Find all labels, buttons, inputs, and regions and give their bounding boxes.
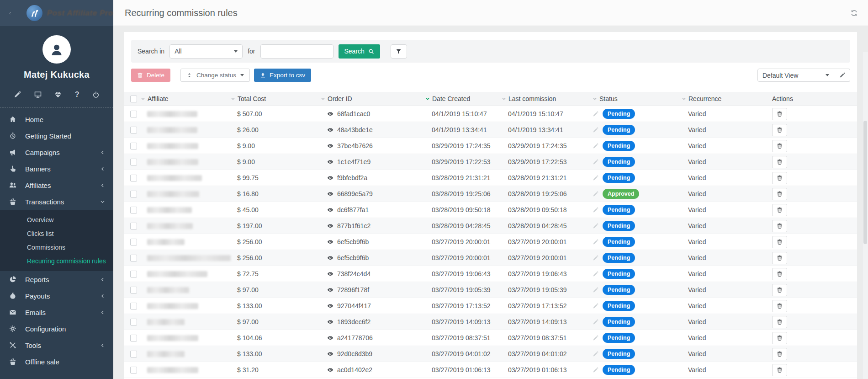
row-checkbox[interactable] xyxy=(130,367,137,374)
view-select[interactable]: Default View xyxy=(757,69,834,82)
edit-status-pencil-icon[interactable] xyxy=(593,239,598,245)
power-icon[interactable] xyxy=(92,91,100,98)
column-header-last-commission[interactable]: Last commission xyxy=(502,95,593,102)
sidebar-item-affiliates[interactable]: Affiliates xyxy=(0,177,113,193)
eye-icon[interactable] xyxy=(327,143,333,149)
sidebar-item-getting-started[interactable]: Getting Started xyxy=(0,128,113,144)
search-input[interactable] xyxy=(260,44,333,59)
delete-row-button[interactable] xyxy=(772,316,787,328)
sidebar-item-banners[interactable]: Banners xyxy=(0,160,113,177)
edit-status-pencil-icon[interactable] xyxy=(593,127,598,133)
sidebar-item-reports[interactable]: Reports xyxy=(0,271,113,288)
column-header-date-created[interactable]: Date Created xyxy=(425,95,502,102)
sidebar-item-emails[interactable]: Emails xyxy=(0,304,113,320)
eye-icon[interactable] xyxy=(327,335,333,341)
delete-row-button[interactable] xyxy=(772,300,787,312)
edit-status-pencil-icon[interactable] xyxy=(593,191,598,197)
pencil-icon[interactable] xyxy=(14,91,21,98)
row-checkbox[interactable] xyxy=(130,175,137,181)
row-checkbox[interactable] xyxy=(130,271,137,278)
sidebar-item-offline-sale[interactable]: Offline sale xyxy=(0,353,113,370)
delete-row-button[interactable] xyxy=(772,188,787,200)
delete-row-button[interactable] xyxy=(772,364,787,376)
delete-row-button[interactable] xyxy=(772,236,787,248)
column-header-total-cost[interactable]: Total Cost xyxy=(231,95,321,102)
sidebar-subitem-overview[interactable]: Overview xyxy=(0,213,113,227)
search-field-select[interactable]: All xyxy=(169,44,243,59)
delete-row-button[interactable] xyxy=(772,284,787,296)
eye-icon[interactable] xyxy=(327,319,333,325)
edit-status-pencil-icon[interactable] xyxy=(593,223,598,229)
delete-row-button[interactable] xyxy=(772,172,787,184)
sidebar-subitem-recurring-commission-rules[interactable]: Recurring commission rules xyxy=(0,254,113,268)
sidebar-subitem-commissions[interactable]: Commissions xyxy=(0,240,113,254)
eye-icon[interactable] xyxy=(327,111,333,117)
column-header-order-id[interactable]: Order ID xyxy=(321,95,425,102)
eye-icon[interactable] xyxy=(327,159,333,165)
eye-icon[interactable] xyxy=(327,287,333,293)
edit-status-pencil-icon[interactable] xyxy=(593,319,598,325)
row-checkbox[interactable] xyxy=(130,319,137,326)
eye-icon[interactable] xyxy=(327,175,333,181)
edit-status-pencil-icon[interactable] xyxy=(593,287,598,293)
edit-status-pencil-icon[interactable] xyxy=(593,367,598,373)
delete-row-button[interactable] xyxy=(772,348,787,360)
delete-row-button[interactable] xyxy=(772,156,787,168)
edit-status-pencil-icon[interactable] xyxy=(593,175,598,181)
delete-row-button[interactable] xyxy=(772,220,787,232)
eye-icon[interactable] xyxy=(327,351,333,357)
eye-icon[interactable] xyxy=(327,303,333,309)
column-header-recurrence[interactable]: Recurrence xyxy=(682,95,772,102)
row-checkbox[interactable] xyxy=(130,207,137,214)
monitor-icon[interactable] xyxy=(34,91,42,98)
row-checkbox[interactable] xyxy=(130,159,137,165)
row-checkbox[interactable] xyxy=(130,127,137,133)
delete-row-button[interactable] xyxy=(772,332,787,344)
edit-status-pencil-icon[interactable] xyxy=(593,111,598,117)
row-checkbox[interactable] xyxy=(130,143,137,149)
edit-status-pencil-icon[interactable] xyxy=(593,271,598,277)
row-checkbox[interactable] xyxy=(130,191,137,198)
export-csv-button[interactable]: Export to csv xyxy=(254,69,311,82)
heartbeat-icon[interactable] xyxy=(54,91,62,98)
row-checkbox[interactable] xyxy=(130,111,137,117)
sidebar-item-payouts[interactable]: Payouts xyxy=(0,288,113,304)
sidebar-item-configuration[interactable]: Configuration xyxy=(0,320,113,337)
sidebar-item-transactions[interactable]: Transactions xyxy=(0,193,113,210)
edit-status-pencil-icon[interactable] xyxy=(593,143,598,149)
edit-status-pencil-icon[interactable] xyxy=(593,207,598,213)
change-status-button[interactable]: Change status xyxy=(180,69,250,82)
sidebar-item-home[interactable]: Home xyxy=(0,111,113,128)
column-header-affiliate[interactable]: Affiliate xyxy=(141,95,231,102)
delete-button[interactable]: Delete xyxy=(131,69,170,82)
select-all-checkbox[interactable] xyxy=(130,96,137,102)
row-checkbox[interactable] xyxy=(130,335,137,342)
row-checkbox[interactable] xyxy=(130,223,137,230)
edit-status-pencil-icon[interactable] xyxy=(593,255,598,261)
row-checkbox[interactable] xyxy=(130,287,137,294)
search-button[interactable]: Search xyxy=(339,44,380,59)
row-checkbox[interactable] xyxy=(130,303,137,310)
row-checkbox[interactable] xyxy=(130,351,137,358)
eye-icon[interactable] xyxy=(327,127,333,133)
delete-row-button[interactable] xyxy=(772,252,787,264)
eye-icon[interactable] xyxy=(327,223,333,229)
sidebar-item-tools[interactable]: Tools xyxy=(0,337,113,353)
edit-status-pencil-icon[interactable] xyxy=(593,351,598,357)
column-header-status[interactable]: Status xyxy=(593,95,682,102)
delete-row-button[interactable] xyxy=(772,268,787,280)
delete-row-button[interactable] xyxy=(772,140,787,152)
delete-row-button[interactable] xyxy=(772,204,787,216)
row-checkbox[interactable] xyxy=(130,239,137,246)
delete-row-button[interactable] xyxy=(772,124,787,136)
delete-row-button[interactable] xyxy=(772,108,787,120)
edit-status-pencil-icon[interactable] xyxy=(593,303,598,309)
refresh-icon[interactable] xyxy=(850,9,858,17)
eye-icon[interactable] xyxy=(327,191,333,197)
row-checkbox[interactable] xyxy=(130,255,137,262)
edit-view-button[interactable] xyxy=(834,69,850,82)
scrollbar-thumb[interactable] xyxy=(863,121,867,244)
edit-status-pencil-icon[interactable] xyxy=(593,159,598,165)
filter-button[interactable] xyxy=(391,44,407,59)
sidebar-subitem-clicks-list[interactable]: Clicks list xyxy=(0,227,113,240)
